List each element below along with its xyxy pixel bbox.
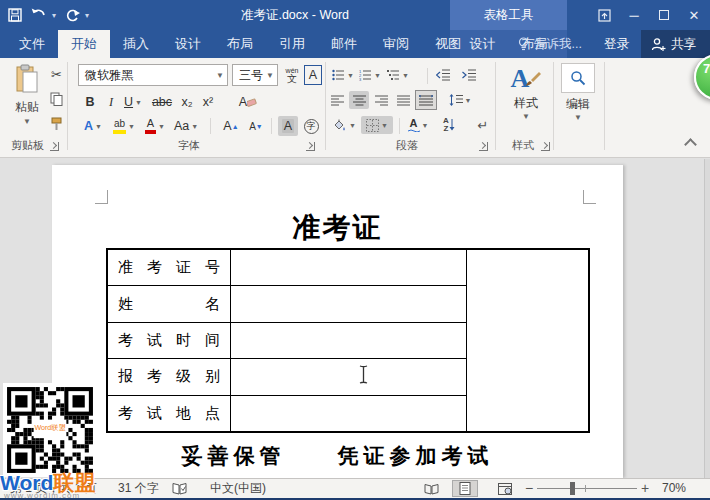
footer-text-left[interactable]: 妥善保管 (182, 442, 286, 470)
styles-button[interactable]: A 样式 ▼ (505, 63, 547, 121)
sort-button[interactable]: AZ (438, 116, 460, 134)
font-dialog-launcher[interactable] (306, 142, 315, 151)
clipboard-dialog-launcher[interactable] (50, 142, 59, 151)
close-button[interactable]: ✕ (682, 3, 706, 27)
word-count[interactable]: 31 个字 (118, 479, 159, 498)
editing-button[interactable]: 编辑 ▼ (558, 63, 598, 122)
table-row: 姓名 (108, 286, 466, 322)
styles-dialog-launcher[interactable] (541, 142, 550, 151)
font-color-button[interactable]: A▼ (142, 116, 168, 136)
line-spacing-button[interactable]: ▼ (447, 91, 473, 109)
ribbon-display-options-icon[interactable] (592, 3, 616, 27)
admission-table: 准考证号姓名考试时间报考级别考试地点 (106, 248, 590, 433)
phonetic-guide-button[interactable]: wén文 (282, 64, 302, 86)
text-effects-button[interactable]: A▼ (80, 116, 106, 136)
italic-button[interactable]: I (104, 92, 118, 112)
table-cell-value[interactable] (231, 323, 466, 358)
zoom-in-button[interactable]: + (641, 479, 649, 498)
multilevel-list-button[interactable]: ▼ (385, 66, 411, 84)
tab-布局[interactable]: 布局 (214, 30, 266, 58)
contextual-tab-设计[interactable]: 设计 (464, 30, 502, 58)
minimize-button[interactable]: ─ (622, 3, 646, 27)
print-layout-icon[interactable] (452, 480, 478, 497)
editing-dropdown-icon: ▼ (574, 113, 582, 122)
tab-审阅[interactable]: 审阅 (370, 30, 422, 58)
tell-me-button[interactable]: 告诉我... (508, 36, 592, 53)
table-row-label[interactable]: 姓名 (108, 286, 231, 321)
numbering-button[interactable]: 123▼ (358, 66, 382, 84)
align-right-button[interactable] (371, 91, 391, 109)
justify-button[interactable] (393, 91, 413, 109)
cut-icon[interactable]: ✂ (48, 66, 65, 82)
format-painter-icon[interactable] (48, 116, 65, 132)
tab-开始[interactable]: 开始 (58, 30, 110, 58)
paste-dropdown-icon: ▼ (23, 117, 31, 126)
photo-cell[interactable] (466, 250, 588, 431)
sign-in-button[interactable]: 登录 (592, 36, 641, 53)
font-name-combo[interactable]: 微软雅黑 ▼ (78, 64, 228, 86)
zoom-slider-track[interactable] (537, 488, 637, 489)
align-left-button[interactable] (327, 91, 347, 109)
highlight-color-button[interactable]: ab▼ (109, 116, 139, 136)
underline-button[interactable]: U▼ (122, 92, 144, 112)
footer-text-right[interactable]: 凭证参加考试 (338, 442, 494, 470)
character-shading-button[interactable]: A (278, 116, 298, 136)
zoom-out-button[interactable]: − (525, 479, 533, 498)
table-cell-value[interactable] (231, 250, 466, 285)
document-heading[interactable]: 准考证 (52, 209, 623, 247)
subscript-button[interactable]: x₂ (178, 92, 196, 112)
change-case-button[interactable]: Aa▼ (172, 116, 200, 136)
web-layout-icon[interactable] (492, 480, 518, 497)
share-button[interactable]: 共享 (641, 30, 710, 58)
grow-font-button[interactable]: A▲ (220, 116, 242, 136)
collapse-ribbon-icon[interactable] (684, 138, 697, 151)
zoom-level[interactable]: 70% (662, 479, 686, 498)
character-border-button[interactable]: A (304, 65, 322, 85)
enclose-characters-button[interactable]: 字 (301, 116, 321, 136)
language-indicator[interactable]: 中文(中国) (210, 479, 266, 498)
font-size-combo[interactable]: 三号 ▼ (232, 64, 278, 86)
bullets-button[interactable]: ▼ (331, 66, 355, 84)
vertical-scrollbar[interactable] (704, 159, 710, 478)
paste-button[interactable]: 粘贴 ▼ (8, 64, 46, 142)
table-row-label[interactable]: 考试时间 (108, 323, 231, 358)
table-row-label[interactable]: 报考级别 (108, 359, 231, 394)
undo-dropdown-icon[interactable]: ▾ (52, 11, 56, 20)
tab-引用[interactable]: 引用 (266, 30, 318, 58)
restore-button[interactable] (652, 3, 676, 27)
asian-layout-button[interactable]: A▼ (404, 116, 432, 134)
distribute-button[interactable] (415, 90, 437, 110)
customize-qat-icon[interactable]: ▾ (85, 11, 89, 20)
show-marks-button[interactable]: ↵ (474, 116, 492, 134)
increase-indent-button[interactable] (458, 66, 480, 84)
document-page[interactable]: 准考证 准考证号姓名考试时间报考级别考试地点 妥善保管 凭证参加考试 (52, 165, 623, 478)
copy-icon[interactable] (48, 91, 65, 107)
tab-邮件[interactable]: 邮件 (318, 30, 370, 58)
decrease-indent-button[interactable] (432, 66, 454, 84)
zoom-slider-thumb[interactable] (570, 482, 575, 495)
table-row-label[interactable]: 准考证号 (108, 250, 231, 285)
borders-button[interactable]: ▼ (361, 116, 393, 134)
tab-设计[interactable]: 设计 (162, 30, 214, 58)
table-cell-value[interactable] (231, 359, 466, 394)
table-cell-value[interactable] (231, 396, 466, 431)
redo-icon[interactable] (65, 8, 80, 22)
save-icon[interactable] (8, 8, 22, 22)
shrink-font-button[interactable]: A▼ (245, 116, 267, 136)
styles-icon: A (511, 63, 542, 95)
paragraph-dialog-launcher[interactable] (479, 142, 488, 151)
superscript-button[interactable]: x² (199, 92, 217, 112)
shading-button[interactable]: ▼ (330, 116, 358, 134)
read-mode-icon[interactable] (418, 480, 444, 497)
tab-插入[interactable]: 插入 (110, 30, 162, 58)
strikethrough-button[interactable]: abc (150, 92, 174, 112)
table-cell-value[interactable] (231, 286, 466, 321)
undo-icon[interactable] (31, 8, 47, 22)
font-size-dropdown-icon[interactable]: ▼ (263, 71, 277, 80)
clear-formatting-button[interactable]: A (236, 92, 260, 112)
align-center-button[interactable] (349, 91, 369, 109)
table-row-label[interactable]: 考试地点 (108, 396, 231, 431)
tab-file[interactable]: 文件 (6, 30, 58, 58)
bold-button[interactable]: B (82, 92, 98, 112)
font-name-dropdown-icon[interactable]: ▼ (213, 71, 227, 80)
